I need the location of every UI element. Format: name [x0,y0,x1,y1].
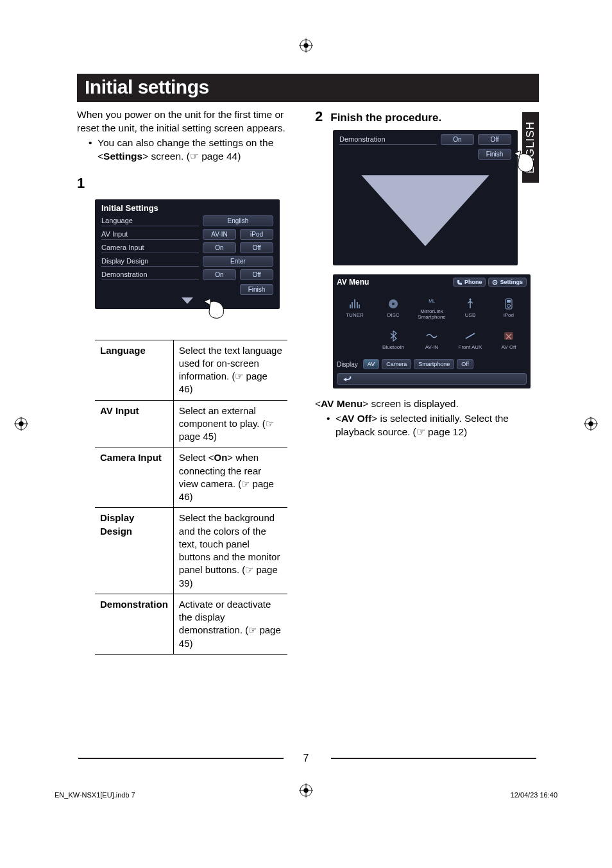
settings-button[interactable]: Settings [488,278,527,287]
avin-button[interactable]: AV-IN [203,229,236,240]
intro-line: When you power on the unit for the first… [77,109,285,133]
table-row: Camera Input Select <On> when connecting… [95,447,287,508]
phone-button[interactable]: Phone [453,278,486,287]
mirrorlink-icon: ML [425,296,438,305]
row-display-design-label: Display Design [101,256,199,267]
avoff-note: <AV Off> is selected initially. Select t… [336,412,539,439]
row-demo-label: Demonstration [101,269,199,280]
screenshot-title: Initial Settings [95,199,280,214]
source-avoff[interactable]: AV Off [491,324,527,354]
table-cell-desc: Select the background and the colors of … [173,508,287,594]
frontaux-icon [464,331,477,340]
finish-button[interactable]: Finish [240,284,273,295]
registration-mark-icon [584,417,598,431]
step-2-heading: Finish the procedure. [330,112,441,124]
camera-off-button[interactable]: Off [240,242,273,253]
bullet-dot: • [327,412,336,439]
tab-off[interactable]: Off [457,359,473,369]
finish-button[interactable]: Finish [478,149,511,160]
svg-point-19 [495,281,496,283]
row-avinput-label: AV Input [101,229,199,240]
footer-left: EN_KW-NSX1[EU].indb 7 [55,791,135,799]
footer-right: 12/04/23 16:40 [511,791,557,799]
disc-icon [387,298,400,310]
source-empty [337,324,373,354]
table-cell-name: AV Input [95,400,173,447]
table-cell-desc: Select <On> when connecting the rear vie… [173,447,287,508]
table-cell-name: Demonstration [95,594,173,654]
page-title: Initial settings [77,74,539,102]
svg-marker-16 [182,297,193,304]
back-icon [343,375,352,381]
table-cell-desc: Select an external component to play. (☞… [173,400,287,447]
enter-button[interactable]: Enter [203,256,273,267]
table-cell-desc: Select the text language used for on-scr… [173,340,287,400]
table-row: Display Design Select the background and… [95,508,287,594]
table-cell-name: Display Design [95,508,173,594]
registration-mark-icon [299,38,313,53]
svg-point-23 [470,298,472,300]
display-label: Display [337,361,358,368]
demo-off-button[interactable]: Off [240,269,273,280]
svg-marker-17 [361,175,489,246]
svg-text:ML: ML [429,299,435,303]
usb-icon [464,298,477,310]
svg-rect-26 [507,300,511,303]
english-button[interactable]: English [203,215,273,226]
source-mirrorlink[interactable]: ML MirrorLink Smartphone [414,292,450,322]
row-camera-label: Camera Input [101,242,199,253]
bluetooth-icon [389,330,398,342]
source-ipod[interactable]: iPod [491,292,527,322]
intro-bullet: You can also change the settings on the … [98,137,301,163]
bullet-dot: • [89,137,98,163]
source-frontaux[interactable]: Front AUX [452,324,488,354]
demo-on-button[interactable]: On [441,134,474,145]
source-usb[interactable]: USB [452,292,488,322]
table-row: Language Select the text language used f… [95,340,287,400]
svg-point-25 [507,304,511,307]
step-1-number: 1 [77,175,301,192]
step-2-text: <AV Menu> screen is displayed. • <AV Off… [315,397,539,439]
av-menu-screenshot: AV Menu Phone Settings [333,274,531,388]
back-button[interactable] [337,373,527,385]
tab-smartphone[interactable]: Smartphone [414,359,454,369]
demo-on-button[interactable]: On [203,269,236,280]
step-2-number: 2 [315,108,323,125]
demo-off-button[interactable]: Off [478,134,511,145]
scroll-down-icon[interactable] [333,160,518,260]
tab-camera[interactable]: Camera [382,359,411,369]
ipod-button[interactable]: iPod [240,229,273,240]
page-number: 7 [0,753,612,764]
table-cell-desc: Activate or deactivate the display demon… [173,594,287,654]
gear-icon [492,280,498,285]
demo-label: Demonstration [339,134,437,145]
source-disc[interactable]: DISC [375,292,411,322]
finish-screenshot: Demonstration On Off Finish [333,130,518,265]
tuner-icon [348,298,361,310]
phone-icon [457,280,463,285]
source-tuner[interactable]: TUNER [337,292,373,322]
source-bluetooth[interactable]: Bluetooth [375,324,411,354]
registration-mark-icon [14,417,28,431]
initial-settings-screenshot: Initial Settings Language English AV Inp… [95,199,280,309]
avin-icon [425,331,438,340]
hand-pointer-icon [95,309,301,328]
ipod-icon [504,298,513,310]
table-row: AV Input Select an external component to… [95,400,287,447]
svg-point-21 [392,303,395,305]
camera-on-button[interactable]: On [203,242,236,253]
tab-av[interactable]: AV [363,359,379,369]
scroll-down-icon[interactable] [95,295,280,305]
table-cell-name: Camera Input [95,447,173,508]
table-row: Demonstration Activate or deactivate the… [95,594,287,654]
hand-pointer-icon [511,151,540,179]
footer: EN_KW-NSX1[EU].indb 7 12/04/23 16:40 [55,791,557,799]
intro-text: When you power on the unit for the first… [77,108,301,163]
source-avin[interactable]: AV-IN [414,324,450,354]
settings-table: Language Select the text language used f… [95,340,287,655]
avoff-icon [503,331,514,341]
table-cell-name: Language [95,340,173,400]
av-menu-title: AV Menu [337,278,369,287]
row-language-label: Language [101,215,199,226]
